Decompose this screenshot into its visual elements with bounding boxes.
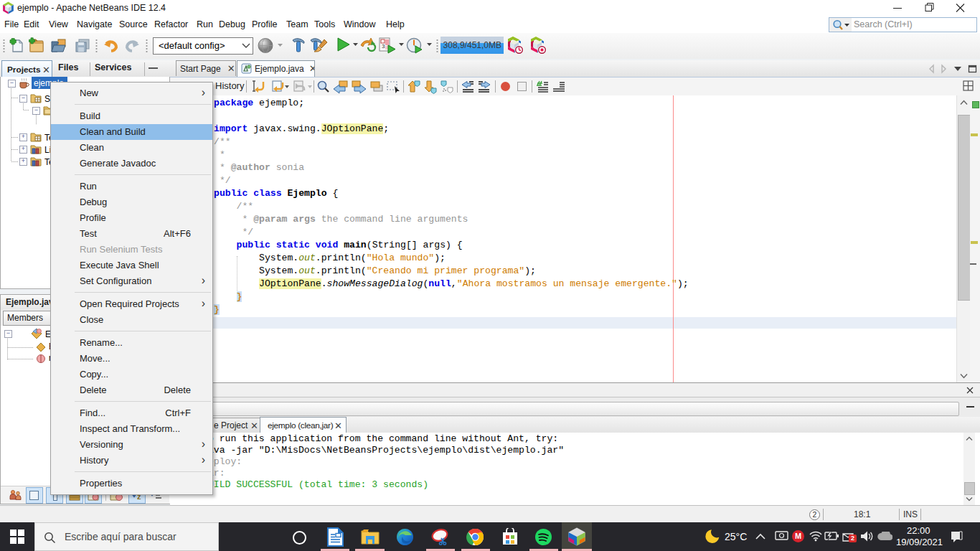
svg-text:3: 3 bbox=[382, 43, 385, 50]
